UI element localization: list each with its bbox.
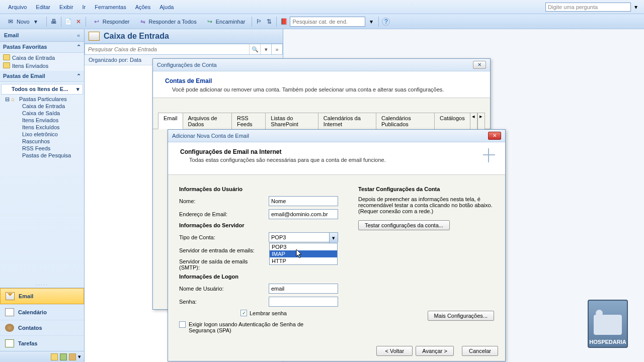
tab-published-cal[interactable]: Calendários Publicados bbox=[376, 113, 435, 129]
personal-folders[interactable]: ⊟ ⌂ Pastas Particulares bbox=[0, 96, 84, 103]
tab-internet-cal[interactable]: Calendários da Internet bbox=[318, 113, 376, 129]
account-type-select[interactable]: POP3 ▾ POP3 IMAP HTTP bbox=[269, 232, 338, 242]
wizard-icon bbox=[482, 148, 496, 168]
tab-email[interactable]: Email bbox=[158, 113, 183, 129]
group-user-info: Informações do Usuário bbox=[179, 186, 338, 192]
username-input[interactable]: email bbox=[269, 284, 338, 294]
folder-junk[interactable]: Lixo eletrônico bbox=[0, 131, 84, 138]
folder-rss[interactable]: RSS Feeds bbox=[0, 145, 84, 152]
new-mail-icon: ✉ bbox=[7, 18, 15, 26]
group-test: Testar Configurações da Conta bbox=[358, 186, 494, 192]
search-icon[interactable]: 🔍 bbox=[249, 44, 260, 54]
fav-inbox[interactable]: Caixa de Entrada bbox=[0, 54, 84, 62]
folder-deleted[interactable]: Itens Excluídos bbox=[0, 124, 84, 131]
tab-scroll-right[interactable]: ▸ bbox=[477, 113, 485, 129]
all-items[interactable]: Todos os Itens de E...▾ bbox=[1, 84, 83, 95]
group-server-info: Informações do Servidor bbox=[179, 222, 338, 228]
password-input[interactable] bbox=[269, 297, 338, 307]
tab-rss[interactable]: RSS Feeds bbox=[231, 113, 266, 129]
test-settings-button[interactable]: Testar configurações da conta... bbox=[358, 220, 450, 230]
dialog-title: Adicionar Nova Conta de Email bbox=[172, 133, 249, 139]
collapse-icon[interactable]: « bbox=[77, 32, 80, 38]
close-button[interactable]: ✕ bbox=[473, 61, 486, 69]
delete-button[interactable]: ✕ bbox=[74, 18, 83, 26]
close-button[interactable]: ✕ bbox=[488, 132, 501, 140]
favorites-header[interactable]: Pastas Favoritas⌃ bbox=[0, 42, 84, 53]
forward-icon: ↪ bbox=[206, 18, 214, 26]
move-button[interactable]: 📄 bbox=[64, 18, 72, 26]
reply-all-button[interactable]: ⇋ Responder a Todos bbox=[135, 16, 200, 27]
address-search-input[interactable]: Pesquisar cat. de end. bbox=[290, 17, 365, 27]
label-account-type: Tipo de Conta: bbox=[179, 234, 269, 240]
fav-sent[interactable]: Itens Enviados bbox=[0, 62, 84, 70]
print-button[interactable]: 🖶 bbox=[50, 18, 58, 26]
inbox-title: Caixa de Entrada bbox=[104, 32, 169, 41]
menu-acoes[interactable]: Ações bbox=[131, 3, 155, 12]
inbox-search-input[interactable] bbox=[85, 44, 249, 54]
mail-folders-header[interactable]: Pastas de Email⌃ bbox=[0, 71, 84, 82]
dropdown-icon: ▾ bbox=[329, 233, 338, 243]
tab-data-files[interactable]: Arquivos de Dados bbox=[183, 113, 232, 129]
back-button[interactable]: < Voltar bbox=[376, 346, 413, 356]
tab-scroll-left[interactable]: ◂ bbox=[470, 113, 477, 129]
checkbox-icon bbox=[179, 321, 186, 328]
menu-ir[interactable]: Ir bbox=[78, 3, 90, 12]
folder-outbox[interactable]: Caixa de Saída bbox=[0, 110, 84, 117]
email-input[interactable]: email@dominio.com.br bbox=[269, 209, 338, 219]
reply-button[interactable]: ↩ Responder bbox=[89, 16, 133, 27]
mail-icon bbox=[6, 292, 15, 300]
dropdown-icon[interactable]: ▾ bbox=[367, 18, 375, 26]
menu-arquivo[interactable]: Arquivo bbox=[4, 3, 31, 12]
shortcut-icon[interactable] bbox=[51, 353, 58, 360]
nav-tasks[interactable]: Tarefas bbox=[0, 335, 84, 351]
next-button[interactable]: Avançar > bbox=[416, 346, 454, 356]
categorize-button[interactable]: 🏳 bbox=[255, 18, 263, 26]
option-http[interactable]: HTTP bbox=[270, 257, 337, 264]
shortcut-icon[interactable] bbox=[69, 353, 76, 360]
test-description: Depois de preencher as informações nesta… bbox=[358, 196, 494, 214]
section-heading: Contas de Email bbox=[165, 77, 481, 84]
cancel-button[interactable]: Cancelar bbox=[462, 346, 498, 356]
option-pop3[interactable]: POP3 bbox=[270, 243, 337, 250]
folder-sent[interactable]: Itens Enviados bbox=[0, 117, 84, 124]
toolbar: ✉ Novo ▾ 🖶 📄 ✕ ↩ Responder ⇋ Responder a… bbox=[0, 14, 644, 29]
nav-mail[interactable]: Email bbox=[0, 288, 84, 304]
folder-inbox[interactable]: Caixa de Entrada bbox=[0, 103, 84, 110]
forward-button[interactable]: ↪ Encaminhar bbox=[202, 16, 249, 27]
nav-contacts[interactable]: Contatos bbox=[0, 320, 84, 335]
help-button[interactable]: ? bbox=[382, 18, 390, 26]
option-imap[interactable]: IMAP bbox=[270, 250, 337, 257]
new-button[interactable]: ✉ Novo ▾ bbox=[3, 16, 43, 27]
spa-checkbox[interactable]: Exigir logon usando Autenticação de Senh… bbox=[179, 321, 338, 333]
search-expand-icon[interactable]: » bbox=[271, 44, 282, 54]
dropdown-icon[interactable]: ▾ bbox=[632, 3, 640, 11]
nav-calendar[interactable]: Calendário bbox=[0, 304, 84, 320]
address-book-icon[interactable]: 📕 bbox=[280, 18, 288, 26]
menu-exibir[interactable]: Exibir bbox=[55, 3, 77, 12]
reply-all-icon: ⇋ bbox=[139, 18, 147, 26]
dialog-title: Configurações de Conta bbox=[157, 62, 217, 68]
remember-password-checkbox[interactable]: ✓ Lembrar senha bbox=[240, 310, 338, 316]
label-username: Nome de Usuário: bbox=[179, 286, 269, 292]
ask-question-input[interactable]: Digite uma pergunta bbox=[545, 3, 631, 12]
folder-drafts[interactable]: Rascunhos bbox=[0, 138, 84, 145]
search-dropdown-icon[interactable]: ▾ bbox=[260, 44, 271, 54]
configure-buttons-icon[interactable]: ▾ bbox=[78, 353, 81, 360]
tab-catalogs[interactable]: Catálogos bbox=[434, 113, 470, 129]
folder-search[interactable]: Pastas de Pesquisa bbox=[0, 152, 84, 159]
more-settings-button[interactable]: Mais Configurações... bbox=[428, 311, 494, 321]
label-outgoing: Servidor de saída de emails (SMTP): bbox=[179, 258, 269, 270]
reply-all-label: Responder a Todos bbox=[149, 19, 197, 25]
name-input[interactable]: Nome bbox=[269, 196, 338, 206]
menu-ferramentas[interactable]: Ferramentas bbox=[91, 3, 130, 12]
tab-sharepoint[interactable]: Listas do SharePoint bbox=[265, 113, 318, 129]
account-type-dropdown: POP3 IMAP HTTP bbox=[269, 243, 338, 265]
menu-ajuda[interactable]: Ajuda bbox=[155, 3, 178, 12]
shortcut-icon[interactable] bbox=[60, 353, 67, 360]
menu-editar[interactable]: Editar bbox=[32, 3, 54, 12]
inbox-icon bbox=[89, 32, 100, 41]
tasks-icon bbox=[5, 339, 14, 347]
label-name: Nome: bbox=[179, 198, 269, 204]
send-receive-button[interactable]: ⇅ bbox=[265, 18, 273, 26]
label-password: Senha: bbox=[179, 299, 269, 305]
